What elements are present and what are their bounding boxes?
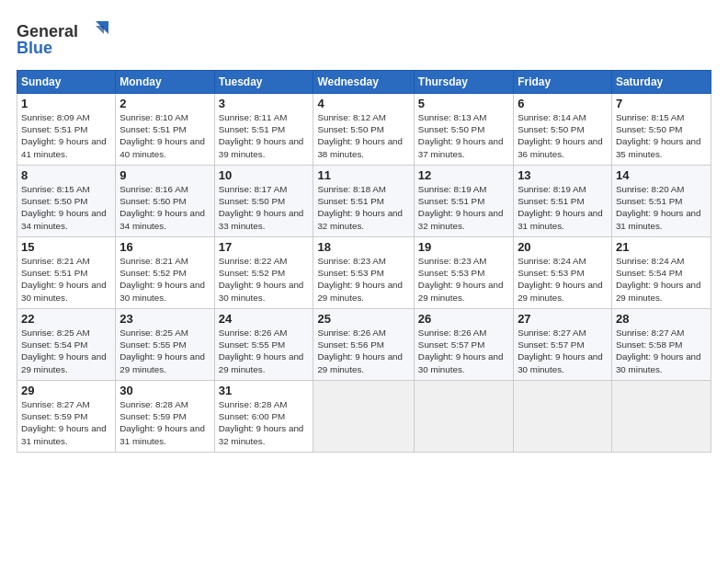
calendar-cell: 9Sunrise: 8:16 AMSunset: 5:50 PMDaylight…: [116, 166, 214, 237]
day-info: Sunrise: 8:15 AMSunset: 5:50 PMDaylight:…: [21, 183, 111, 232]
day-info: Sunrise: 8:19 AMSunset: 5:51 PMDaylight:…: [418, 183, 509, 232]
day-header-monday: Monday: [116, 71, 214, 94]
day-number: 28: [616, 312, 707, 326]
day-info: Sunrise: 8:23 AMSunset: 5:53 PMDaylight:…: [418, 255, 509, 304]
day-info: Sunrise: 8:12 AMSunset: 5:50 PMDaylight:…: [317, 111, 409, 160]
calendar-body: 1Sunrise: 8:09 AMSunset: 5:51 PMDaylight…: [17, 94, 711, 453]
day-info: Sunrise: 8:28 AMSunset: 5:59 PMDaylight:…: [119, 398, 210, 447]
day-number: 30: [119, 384, 210, 397]
day-info: Sunrise: 8:21 AMSunset: 5:52 PMDaylight:…: [119, 255, 210, 304]
week-row-2: 8Sunrise: 8:15 AMSunset: 5:50 PMDaylight…: [17, 166, 711, 237]
svg-marker-3: [96, 26, 104, 34]
day-info: Sunrise: 8:25 AMSunset: 5:55 PMDaylight:…: [119, 327, 210, 375]
day-number: 8: [21, 168, 111, 182]
day-number: 7: [616, 97, 707, 110]
day-header-thursday: Thursday: [414, 71, 513, 94]
day-info: Sunrise: 8:14 AMSunset: 5:50 PMDaylight:…: [518, 111, 608, 160]
day-info: Sunrise: 8:17 AMSunset: 5:50 PMDaylight:…: [219, 183, 310, 232]
calendar-cell: 4Sunrise: 8:12 AMSunset: 5:50 PMDaylight…: [313, 94, 414, 166]
day-number: 22: [21, 312, 111, 326]
day-info: Sunrise: 8:27 AMSunset: 5:57 PMDaylight:…: [518, 327, 608, 375]
calendar-cell: 13Sunrise: 8:19 AMSunset: 5:51 PMDayligh…: [514, 166, 612, 237]
calendar-cell: 3Sunrise: 8:11 AMSunset: 5:51 PMDaylight…: [214, 94, 313, 166]
calendar-cell: 2Sunrise: 8:10 AMSunset: 5:51 PMDaylight…: [116, 94, 214, 166]
calendar-cell: 12Sunrise: 8:19 AMSunset: 5:51 PMDayligh…: [414, 166, 513, 237]
day-number: 12: [418, 168, 509, 182]
day-number: 5: [418, 97, 509, 110]
day-number: 25: [317, 312, 409, 326]
page: General Blue SundayMondayTuesdayWednesda…: [0, 0, 728, 563]
calendar-cell: 5Sunrise: 8:13 AMSunset: 5:50 PMDaylight…: [414, 94, 513, 166]
day-header-tuesday: Tuesday: [214, 71, 313, 94]
logo-text: General Blue: [17, 17, 118, 61]
calendar-cell: 11Sunrise: 8:18 AMSunset: 5:51 PMDayligh…: [313, 166, 414, 237]
day-info: Sunrise: 8:28 AMSunset: 6:00 PMDaylight:…: [219, 398, 310, 447]
svg-text:General: General: [17, 22, 78, 40]
calendar-cell: 10Sunrise: 8:17 AMSunset: 5:50 PMDayligh…: [214, 166, 313, 237]
calendar-cell: 6Sunrise: 8:14 AMSunset: 5:50 PMDaylight…: [514, 94, 612, 166]
day-number: 16: [119, 240, 210, 254]
calendar-cell: 7Sunrise: 8:15 AMSunset: 5:50 PMDaylight…: [611, 94, 711, 166]
calendar-cell: 19Sunrise: 8:23 AMSunset: 5:53 PMDayligh…: [414, 237, 513, 309]
day-info: Sunrise: 8:26 AMSunset: 5:55 PMDaylight:…: [219, 327, 310, 375]
day-number: 1: [21, 97, 111, 110]
calendar-cell: 30Sunrise: 8:28 AMSunset: 5:59 PMDayligh…: [116, 381, 214, 453]
day-info: Sunrise: 8:26 AMSunset: 5:57 PMDaylight:…: [418, 327, 509, 375]
day-number: 13: [518, 168, 608, 182]
day-info: Sunrise: 8:15 AMSunset: 5:50 PMDaylight:…: [616, 111, 707, 160]
calendar-cell: 24Sunrise: 8:26 AMSunset: 5:55 PMDayligh…: [214, 309, 313, 381]
day-info: Sunrise: 8:23 AMSunset: 5:53 PMDaylight:…: [317, 255, 409, 304]
calendar-cell: 31Sunrise: 8:28 AMSunset: 6:00 PMDayligh…: [214, 381, 313, 453]
day-header-saturday: Saturday: [611, 71, 711, 94]
calendar-cell: 14Sunrise: 8:20 AMSunset: 5:51 PMDayligh…: [611, 166, 711, 237]
day-number: 24: [219, 312, 310, 326]
calendar-cell: [313, 381, 414, 453]
week-row-3: 15Sunrise: 8:21 AMSunset: 5:51 PMDayligh…: [17, 237, 711, 309]
day-number: 2: [119, 97, 210, 110]
day-info: Sunrise: 8:10 AMSunset: 5:51 PMDaylight:…: [119, 111, 210, 160]
day-number: 11: [317, 168, 409, 182]
day-info: Sunrise: 8:11 AMSunset: 5:51 PMDaylight:…: [219, 111, 310, 160]
day-info: Sunrise: 8:27 AMSunset: 5:59 PMDaylight:…: [21, 398, 111, 447]
day-info: Sunrise: 8:26 AMSunset: 5:56 PMDaylight:…: [317, 327, 409, 375]
week-row-5: 29Sunrise: 8:27 AMSunset: 5:59 PMDayligh…: [17, 381, 711, 453]
calendar-cell: 28Sunrise: 8:27 AMSunset: 5:58 PMDayligh…: [611, 309, 711, 381]
calendar-cell: 1Sunrise: 8:09 AMSunset: 5:51 PMDaylight…: [17, 94, 116, 166]
day-number: 29: [21, 384, 111, 397]
day-info: Sunrise: 8:18 AMSunset: 5:51 PMDaylight:…: [317, 183, 409, 232]
day-number: 15: [21, 240, 111, 254]
calendar-header-row: SundayMondayTuesdayWednesdayThursdayFrid…: [17, 71, 711, 94]
calendar-cell: [514, 381, 612, 453]
calendar-cell: 20Sunrise: 8:24 AMSunset: 5:53 PMDayligh…: [514, 237, 612, 309]
day-number: 27: [518, 312, 608, 326]
header: General Blue: [17, 17, 711, 61]
calendar-cell: 26Sunrise: 8:26 AMSunset: 5:57 PMDayligh…: [414, 309, 513, 381]
day-info: Sunrise: 8:13 AMSunset: 5:50 PMDaylight:…: [418, 111, 509, 160]
day-number: 4: [317, 97, 409, 110]
logo-svg: General Blue: [17, 17, 118, 57]
calendar-cell: 18Sunrise: 8:23 AMSunset: 5:53 PMDayligh…: [313, 237, 414, 309]
calendar-cell: [611, 381, 711, 453]
day-header-wednesday: Wednesday: [313, 71, 414, 94]
day-header-sunday: Sunday: [17, 71, 116, 94]
calendar-cell: 27Sunrise: 8:27 AMSunset: 5:57 PMDayligh…: [514, 309, 612, 381]
day-info: Sunrise: 8:19 AMSunset: 5:51 PMDaylight:…: [518, 183, 608, 232]
calendar-cell: 29Sunrise: 8:27 AMSunset: 5:59 PMDayligh…: [17, 381, 116, 453]
day-info: Sunrise: 8:27 AMSunset: 5:58 PMDaylight:…: [616, 327, 707, 375]
logo: General Blue: [17, 17, 118, 61]
calendar-cell: [414, 381, 513, 453]
day-number: 17: [219, 240, 310, 254]
day-info: Sunrise: 8:24 AMSunset: 5:53 PMDaylight:…: [518, 255, 608, 304]
day-number: 9: [119, 168, 210, 182]
calendar-cell: 16Sunrise: 8:21 AMSunset: 5:52 PMDayligh…: [116, 237, 214, 309]
calendar-cell: 22Sunrise: 8:25 AMSunset: 5:54 PMDayligh…: [17, 309, 116, 381]
svg-text:Blue: Blue: [17, 39, 52, 57]
calendar-cell: 25Sunrise: 8:26 AMSunset: 5:56 PMDayligh…: [313, 309, 414, 381]
day-info: Sunrise: 8:16 AMSunset: 5:50 PMDaylight:…: [119, 183, 210, 232]
calendar-cell: 23Sunrise: 8:25 AMSunset: 5:55 PMDayligh…: [116, 309, 214, 381]
day-number: 19: [418, 240, 509, 254]
day-number: 21: [616, 240, 707, 254]
day-number: 26: [418, 312, 509, 326]
calendar-cell: 15Sunrise: 8:21 AMSunset: 5:51 PMDayligh…: [17, 237, 116, 309]
week-row-4: 22Sunrise: 8:25 AMSunset: 5:54 PMDayligh…: [17, 309, 711, 381]
